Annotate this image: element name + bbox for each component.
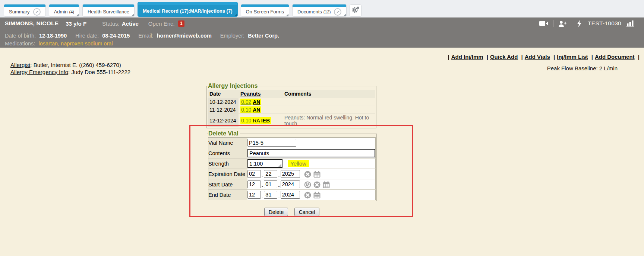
- quick-add-link[interactable]: Quick Add: [490, 54, 518, 60]
- separator: |: [521, 54, 523, 60]
- reaction-code-link[interactable]: AN: [253, 99, 260, 105]
- expiration-year-input[interactable]: [281, 170, 300, 178]
- vial-color-badge: Yellow: [288, 160, 309, 167]
- clear-date-icon[interactable]: [304, 171, 311, 178]
- strength-input[interactable]: [247, 159, 282, 168]
- peanuts-column-link[interactable]: Peanuts: [240, 91, 261, 97]
- delete-button[interactable]: Delete: [264, 208, 288, 216]
- delete-vial-section: Delete Vial Vial Name Contents: [207, 130, 377, 201]
- add-vials-link[interactable]: Add Vials: [525, 54, 550, 60]
- calendar-icon[interactable]: [313, 171, 321, 178]
- separator: |: [448, 54, 449, 60]
- contents-label: Contents: [208, 148, 248, 159]
- end-day-input[interactable]: [264, 191, 277, 199]
- end-month-input[interactable]: [247, 191, 261, 199]
- tab-documents[interactable]: Documents (12) ↗: [292, 4, 347, 17]
- date-separator: -: [262, 194, 263, 199]
- dose-link[interactable]: 0.02: [241, 99, 251, 105]
- allergy-injections-table: Date Peanuts Comments 10-12-2024 0.02 AN…: [208, 90, 375, 127]
- tab-settings-button[interactable]: [350, 4, 362, 17]
- tab-health-surveillance[interactable]: Health Surveillance: [82, 4, 135, 17]
- delete-vial-title: Delete Vial: [208, 130, 240, 137]
- calendar-icon[interactable]: [313, 192, 321, 199]
- allergy-injections-section: Allergy Injections Date Peanuts Comments…: [206, 83, 376, 128]
- cancel-button[interactable]: Cancel: [294, 208, 320, 216]
- hire-date-value: 08-24-2015: [102, 33, 130, 39]
- patient-name: SIMMONS, NICOLE: [5, 20, 59, 27]
- open-enc-label: Open Enc:: [148, 20, 175, 27]
- table-row: 10-12-2024 0.02 AN: [208, 98, 375, 106]
- start-day-input[interactable]: [264, 180, 277, 188]
- flowsheet-chart-icon[interactable]: [626, 20, 635, 27]
- delete-vial-form: Vial Name Contents Strength: [208, 137, 376, 200]
- end-year-input[interactable]: [281, 191, 300, 199]
- dose-link[interactable]: 0.10: [241, 118, 251, 124]
- form-row-end-date: End Date --: [208, 190, 376, 200]
- dob-label: Date of birth:: [5, 33, 36, 39]
- popout-icon[interactable]: ↗: [334, 8, 341, 16]
- date-separator: -: [278, 173, 280, 179]
- expiration-month-input[interactable]: [247, 170, 261, 178]
- hire-date-label: Hire date:: [75, 33, 99, 39]
- injection-comment: [282, 106, 375, 114]
- open-enc-badge[interactable]: 1: [178, 20, 184, 27]
- add-person-icon[interactable]: [558, 20, 567, 27]
- video-camera-icon[interactable]: [539, 20, 548, 26]
- expiration-day-input[interactable]: [264, 170, 277, 178]
- calendar-icon[interactable]: [323, 181, 330, 188]
- tab-admin[interactable]: Admin (4): [49, 4, 79, 17]
- reaction-code-link[interactable]: AN: [253, 107, 260, 113]
- date-separator: -: [278, 194, 280, 199]
- add-inj-imm-link[interactable]: Add Inj/Imm: [451, 54, 483, 60]
- email-label: Email:: [138, 33, 153, 39]
- tab-on-screen-forms[interactable]: On Screen Forms: [241, 4, 290, 17]
- gear-icon: [351, 6, 360, 16]
- reaction-code-link[interactable]: IEB: [261, 118, 270, 124]
- tab-on-screen-forms-label: On Screen Forms: [246, 9, 284, 15]
- chart-content-area: |Add Inj/Imm |Quick Add |Add Vials |Inj/…: [0, 48, 644, 256]
- form-row-strength: Strength Yellow: [208, 159, 376, 169]
- tab-health-surveillance-label: Health Surveillance: [88, 9, 129, 15]
- tab-documents-label: Documents: [297, 9, 322, 15]
- employer-value: Better Corp.: [248, 33, 279, 39]
- vial-name-input[interactable]: [247, 139, 296, 147]
- status-value: Active: [122, 20, 139, 27]
- allergist-line: Allergist: Butler, Internist E. ((260) 4…: [10, 62, 130, 69]
- tab-documents-count: (12): [323, 10, 331, 14]
- clear-date-icon[interactable]: [304, 192, 311, 199]
- allergy-emergency-line: Allergy Emergency Info: Judy Doe 555-111…: [10, 69, 130, 76]
- inj-imm-list-link[interactable]: Inj/Imm List: [557, 54, 588, 60]
- tab-summary-label: Summary: [9, 9, 30, 15]
- strength-label: Strength: [208, 159, 248, 169]
- status-label: Status:: [102, 20, 120, 27]
- form-row-expiration: Expiration Date --: [208, 169, 376, 179]
- start-year-input[interactable]: [281, 180, 300, 188]
- patient-demographics-bar: Date of birth: 12-18-1990 Hire date: 08-…: [0, 29, 644, 48]
- add-document-link[interactable]: Add Document: [595, 54, 635, 60]
- medication-link[interactable]: naproxen sodium oral: [61, 41, 113, 47]
- tab-medical-record[interactable]: Medical Record (17):MAR/Injections (7): [138, 2, 238, 17]
- medication-link[interactable]: losartan: [38, 41, 58, 47]
- employer-label: Employer:: [220, 33, 244, 39]
- peak-flow-baseline-link[interactable]: Peak Flow Baseline: [547, 65, 596, 71]
- table-header-row: Date Peanuts Comments: [208, 90, 375, 98]
- popout-icon[interactable]: ↗: [33, 8, 41, 16]
- clear-date-icon[interactable]: [313, 181, 321, 188]
- lightning-bolt-icon[interactable]: [577, 20, 582, 27]
- divider: [553, 20, 553, 27]
- injection-date: 10-12-2024: [208, 98, 239, 106]
- allergist-link[interactable]: Allergist: [10, 62, 30, 68]
- patient-age-sex: 33 y/o F: [66, 20, 86, 27]
- dose-link[interactable]: 0.10: [241, 107, 251, 113]
- allergy-emergency-info-link[interactable]: Allergy Emergency Info: [10, 69, 68, 75]
- divider: [572, 20, 572, 27]
- patient-id: TEST-10030: [588, 20, 621, 27]
- tab-summary[interactable]: Summary ↗: [4, 4, 46, 17]
- col-header-comments: Comments: [282, 90, 375, 98]
- peak-flow-baseline: Peak Flow Baseline: 2 L/min: [547, 65, 618, 71]
- start-month-input[interactable]: [247, 180, 261, 188]
- dose-highlight: 0.10 RA IEB: [240, 117, 271, 124]
- start-date-label: Start Date: [208, 179, 248, 190]
- clock-icon[interactable]: [304, 181, 311, 188]
- contents-input[interactable]: [247, 149, 375, 157]
